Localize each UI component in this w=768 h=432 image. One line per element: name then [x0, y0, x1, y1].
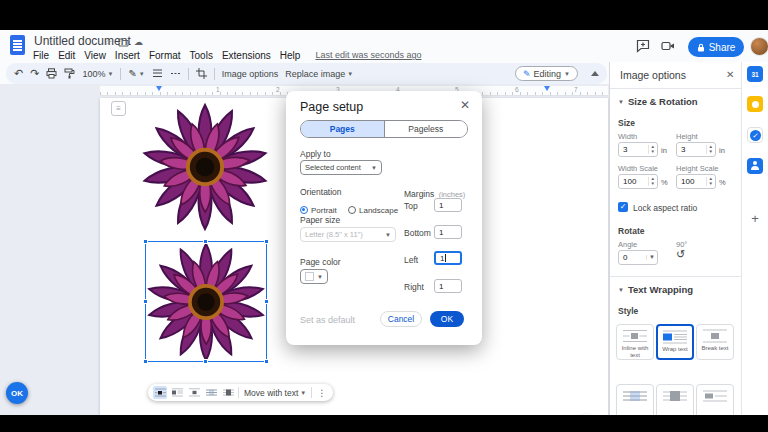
- pen-tool-button[interactable]: ✎▼: [128, 68, 144, 79]
- wrap-text-button[interactable]: [170, 386, 184, 399]
- last-edit-link[interactable]: Last edit was seconds ago: [315, 50, 421, 60]
- margin-top-input[interactable]: 1: [434, 198, 462, 212]
- editing-mode-button[interactable]: ✎ Editing ▼: [515, 66, 578, 81]
- print-button[interactable]: [46, 68, 57, 79]
- chevron-down-icon: ▼: [564, 71, 570, 77]
- resize-handle[interactable]: [264, 239, 269, 244]
- stepper-icon[interactable]: ▲▼: [706, 177, 715, 186]
- ok-button[interactable]: OK: [430, 311, 464, 327]
- menu-insert[interactable]: Insert: [115, 50, 140, 61]
- wrap-style-inline-card[interactable]: Inline with text: [616, 324, 654, 360]
- zoom-select[interactable]: 100%▼: [82, 69, 113, 79]
- star-icon[interactable]: ☆: [104, 37, 112, 47]
- resize-handle[interactable]: [143, 239, 148, 244]
- resize-handle[interactable]: [203, 239, 208, 244]
- stepper-icon[interactable]: ▲▼: [706, 145, 715, 154]
- menu-extensions[interactable]: Extensions: [222, 50, 271, 61]
- set-as-default-button[interactable]: Set as default: [300, 315, 355, 325]
- wrap-style-card[interactable]: [616, 384, 654, 415]
- cloud-status-icon[interactable]: ☁: [134, 37, 143, 47]
- chevron-down-icon[interactable]: ▼: [646, 255, 657, 260]
- in-front-text-button[interactable]: [221, 386, 235, 399]
- height-input[interactable]: 3▲▼: [676, 142, 716, 157]
- right-margin-marker[interactable]: [544, 86, 550, 91]
- width-scale-input[interactable]: 100▲▼: [618, 174, 658, 189]
- more-options-icon[interactable]: ⋮: [315, 388, 328, 398]
- wrap-style-break-card[interactable]: Break text: [696, 324, 734, 360]
- pencil-icon: ✎: [523, 69, 531, 79]
- panel-title: Image options: [620, 69, 686, 81]
- calendar-icon[interactable]: 31: [747, 66, 763, 82]
- height-scale-input[interactable]: 100▲▼: [676, 174, 716, 189]
- resize-handle[interactable]: [264, 359, 269, 364]
- move-with-text-select[interactable]: Move with text▼: [242, 388, 308, 398]
- width-input[interactable]: 3▲▼: [618, 142, 658, 157]
- dialog-close-icon[interactable]: ✕: [458, 98, 472, 112]
- lock-aspect-ratio-checkbox[interactable]: ✓: [618, 202, 628, 212]
- collapse-toolbar-icon[interactable]: [591, 71, 599, 76]
- wrap-style-card[interactable]: [696, 384, 734, 415]
- account-avatar[interactable]: [750, 37, 768, 56]
- width-scale-unit: %: [661, 178, 668, 187]
- break-text-button[interactable]: [187, 386, 201, 399]
- line-weight-button[interactable]: [152, 68, 163, 79]
- apply-to-select[interactable]: Selected content▼: [300, 160, 382, 175]
- crop-button[interactable]: [196, 68, 207, 79]
- comment-icon[interactable]: [636, 39, 650, 53]
- menu-format[interactable]: Format: [149, 50, 181, 61]
- redo-button[interactable]: ↷: [30, 67, 39, 80]
- orientation-landscape-radio[interactable]: Landscape: [348, 199, 398, 217]
- resize-handle[interactable]: [143, 299, 148, 304]
- wrap-style-wrap-card[interactable]: Wrap text: [656, 324, 694, 360]
- image-selection-box[interactable]: [145, 241, 267, 362]
- paper-size-select[interactable]: Letter (8.5" x 11")▼: [300, 227, 396, 242]
- tab-pages[interactable]: Pages: [301, 121, 384, 137]
- resize-handle[interactable]: [203, 359, 208, 364]
- behind-text-button[interactable]: [204, 386, 218, 399]
- section-text-wrapping[interactable]: ▼Text Wrapping: [618, 284, 693, 295]
- margin-right-input[interactable]: 1: [434, 279, 462, 293]
- width-unit: in: [661, 146, 667, 155]
- meet-video-icon[interactable]: [661, 39, 675, 53]
- menu-tools[interactable]: Tools: [190, 50, 213, 61]
- menu-view[interactable]: View: [84, 50, 106, 61]
- rotate-90-button[interactable]: ↺: [676, 248, 685, 261]
- stepper-icon[interactable]: ▲▼: [648, 177, 657, 186]
- document-title[interactable]: Untitled document: [34, 34, 131, 48]
- move-folder-icon[interactable]: [118, 38, 129, 47]
- replace-image-button[interactable]: Replace image▼: [285, 69, 353, 79]
- tab-pageless[interactable]: Pageless: [384, 121, 468, 137]
- keep-icon[interactable]: [747, 96, 763, 112]
- cancel-button[interactable]: Cancel: [380, 311, 422, 327]
- page-color-select[interactable]: ▼: [300, 269, 328, 284]
- wrap-style-label: Wrap text: [662, 346, 688, 353]
- section-size-rotation[interactable]: ▼Size & Rotation: [618, 96, 698, 107]
- margin-bottom-input[interactable]: 1: [434, 225, 462, 239]
- angle-input[interactable]: 0▼: [618, 250, 658, 265]
- menu-edit[interactable]: Edit: [58, 50, 75, 61]
- resize-handle[interactable]: [264, 299, 269, 304]
- docs-logo-icon[interactable]: [10, 35, 25, 55]
- floating-ok-badge[interactable]: OK: [6, 382, 28, 404]
- share-button[interactable]: Share: [688, 37, 744, 57]
- document-outline-icon[interactable]: ≡: [111, 101, 126, 116]
- resize-handle[interactable]: [143, 359, 148, 364]
- tasks-icon[interactable]: ✓: [747, 127, 763, 143]
- contacts-icon[interactable]: [747, 158, 763, 174]
- wrap-inline-button[interactable]: [153, 386, 167, 399]
- wrap-style-card[interactable]: [656, 384, 694, 415]
- line-dash-button[interactable]: [170, 68, 181, 79]
- panel-close-icon[interactable]: ✕: [726, 69, 734, 80]
- menu-help[interactable]: Help: [280, 50, 301, 61]
- in-front-of-text-icon: [663, 389, 687, 403]
- menu-file[interactable]: File: [33, 50, 49, 61]
- stepper-icon[interactable]: ▲▼: [648, 145, 657, 154]
- image-options-button[interactable]: Image options: [222, 69, 279, 79]
- paint-format-button[interactable]: [64, 68, 75, 79]
- flower-image-1[interactable]: [139, 101, 271, 233]
- margin-left-input[interactable]: 1: [434, 251, 462, 265]
- undo-button[interactable]: ↶: [14, 67, 23, 80]
- add-addon-icon[interactable]: +: [747, 210, 763, 226]
- left-margin-marker[interactable]: [156, 86, 162, 91]
- page-setup-dialog: Page setup ✕ Pages Pageless Apply to Sel…: [286, 91, 482, 345]
